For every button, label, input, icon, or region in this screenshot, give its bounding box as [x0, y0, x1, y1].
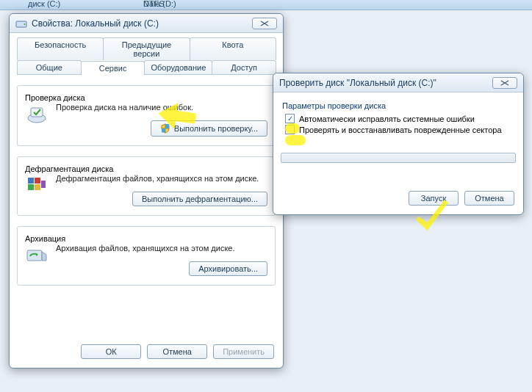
check-disk-title: Проверить диск "Локальный диск (C:)" [279, 78, 436, 88]
properties-apply-button[interactable]: Применить [213, 344, 274, 359]
opt-scan-sectors-row[interactable]: Проверять и восстанавливать поврежденные… [281, 124, 516, 135]
backup-group: Архивация Архивация файлов, хранящихся н… [17, 226, 276, 286]
defrag-legend: Дефрагментация диска [25, 164, 113, 173]
tab-security[interactable]: Безопасность [17, 37, 104, 60]
svg-rect-8 [28, 184, 34, 190]
checkdisk-icon [25, 102, 48, 126]
check-now-label: Выполнить проверку... [174, 124, 258, 133]
defrag-now-button[interactable]: Выполнить дефрагментацию... [132, 192, 267, 206]
backup-now-button[interactable]: Архивировать... [189, 261, 267, 276]
check-disk-legend: Проверка диска [25, 93, 85, 102]
properties-title: Свойства: Локальный диск (C:) [32, 18, 159, 29]
backup-text: Архивация файлов, хранящихся на этом дис… [56, 243, 267, 254]
bg-disk-c: диск (С:) [28, 0, 60, 8]
tab-previous-versions[interactable]: Предыдущие версии [103, 37, 190, 60]
opt-scan-sectors-label: Проверять и восстанавливать поврежденные… [299, 126, 502, 134]
drive-icon [15, 18, 27, 29]
tab-quota[interactable]: Квота [190, 37, 276, 60]
backup-icon [25, 243, 48, 266]
defrag-group: Дефрагментация диска Дефрагментация файл… [17, 156, 276, 216]
svg-rect-9 [35, 184, 40, 190]
svg-point-1 [24, 23, 26, 25]
defrag-text: Дефрагментация файлов, хранящихся на это… [56, 173, 267, 184]
properties-close-button[interactable] [252, 18, 277, 29]
properties-ok-button[interactable]: ОК [81, 344, 141, 359]
svg-rect-6 [28, 178, 34, 184]
backup-legend: Архивация [25, 234, 65, 243]
properties-titlebar[interactable]: Свойства: Локальный диск (C:) [10, 14, 283, 33]
check-disk-dialog: Проверить диск "Локальный диск (C:)" Пар… [273, 73, 524, 215]
tab-general[interactable]: Общие [17, 60, 82, 74]
properties-tabs: Безопасность Предыдущие версии Квота Общ… [17, 37, 276, 75]
highlight-box-1 [285, 123, 300, 134]
check-disk-titlebar[interactable]: Проверить диск "Локальный диск (C:)" [273, 73, 523, 92]
check-disk-params-label: Параметры проверки диска [282, 101, 516, 110]
svg-rect-5 [162, 128, 165, 132]
svg-rect-3 [31, 108, 43, 117]
check-disk-cancel-button[interactable]: Отмена [464, 191, 514, 206]
check-disk-text: Проверка диска на наличие ошибок. [56, 102, 267, 113]
opt-auto-fix-checkbox[interactable] [285, 114, 295, 123]
opt-auto-fix-row[interactable]: Автоматически исправлять системные ошибк… [281, 113, 516, 124]
properties-cancel-button[interactable]: Отмена [147, 344, 207, 359]
opt-auto-fix-label: Автоматически исправлять системные ошибк… [299, 115, 475, 123]
tab-sharing[interactable]: Доступ [212, 60, 276, 74]
highlight-box-2 [285, 135, 306, 145]
defrag-icon [25, 173, 48, 197]
svg-rect-4 [165, 124, 169, 128]
svg-rect-11 [27, 250, 42, 261]
properties-window: Свойства: Локальный диск (C:) Безопаснос… [9, 13, 284, 369]
check-disk-start-button[interactable]: Запуск [409, 191, 459, 206]
check-disk-progress [281, 153, 516, 163]
check-disk-close-button[interactable] [492, 77, 517, 89]
check-disk-group: Проверка диска Проверка диска на наличие… [17, 85, 276, 146]
shield-icon [160, 123, 170, 134]
svg-rect-10 [41, 181, 46, 188]
tab-tools[interactable]: Сервис [81, 61, 145, 75]
tab-hardware[interactable]: Оборудование [144, 60, 212, 74]
svg-rect-7 [35, 178, 40, 184]
